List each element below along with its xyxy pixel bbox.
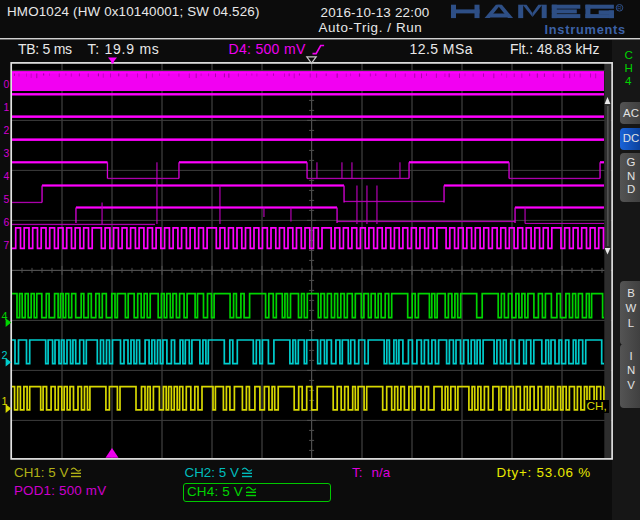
svg-text:R: R xyxy=(617,5,622,11)
